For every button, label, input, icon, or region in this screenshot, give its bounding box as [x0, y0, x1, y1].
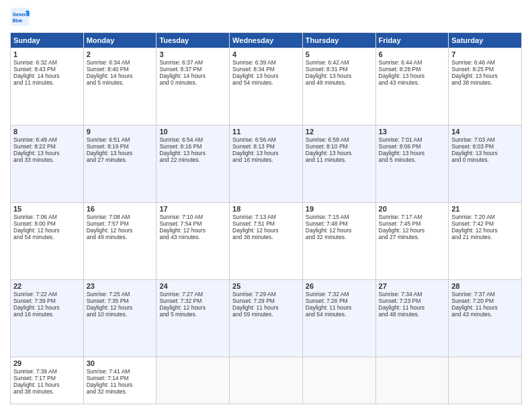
day-info: Daylight: 11 hours: [379, 304, 446, 311]
day-info: Sunset: 7:26 PM: [306, 298, 373, 304]
day-number: 23: [87, 282, 154, 290]
day-info: and 49 minutes.: [306, 79, 373, 86]
day-info: Sunrise: 7:01 AM: [379, 136, 446, 143]
calendar-cell: 17Sunrise: 7:10 AMSunset: 7:54 PMDayligh…: [157, 203, 230, 280]
calendar-cell: [157, 357, 230, 404]
calendar-cell: 25Sunrise: 7:29 AMSunset: 7:29 PMDayligh…: [230, 280, 303, 357]
day-info: and 0 minutes.: [451, 156, 519, 163]
day-info: and 27 minutes.: [379, 234, 446, 240]
day-info: and 21 minutes.: [451, 234, 519, 240]
calendar-week-4: 22Sunrise: 7:22 AMSunset: 7:39 PMDayligh…: [11, 280, 522, 357]
day-info: and 5 minutes.: [87, 79, 154, 86]
calendar-cell: 15Sunrise: 7:06 AMSunset: 8:00 PMDayligh…: [11, 203, 84, 280]
day-info: Sunrise: 7:41 AM: [87, 368, 154, 375]
day-info: Sunset: 7:39 PM: [13, 298, 81, 304]
day-info: Sunset: 8:03 PM: [451, 143, 519, 150]
day-info: Sunset: 7:51 PM: [232, 220, 300, 227]
day-info: and 0 minutes.: [159, 79, 226, 86]
day-info: Sunrise: 7:10 AM: [159, 214, 226, 220]
page: General Blue SundayMondayTuesdayWednesda…: [0, 0, 532, 411]
day-number: 24: [159, 282, 226, 290]
day-info: and 33 minutes.: [13, 156, 81, 163]
day-info: Sunset: 8:37 PM: [159, 66, 226, 73]
calendar-cell: 4Sunrise: 6:39 AMSunset: 8:34 PMDaylight…: [230, 48, 303, 126]
day-info: Daylight: 14 hours: [13, 73, 81, 79]
day-number: 10: [159, 128, 226, 136]
day-number: 2: [87, 50, 154, 58]
day-number: 4: [232, 50, 300, 58]
day-info: Sunset: 8:34 PM: [232, 66, 300, 73]
day-info: Sunrise: 6:51 AM: [87, 136, 154, 143]
day-number: 15: [13, 205, 81, 213]
day-info: Daylight: 12 hours: [87, 227, 154, 234]
day-info: Daylight: 11 hours: [306, 304, 373, 311]
day-info: and 54 minutes.: [232, 79, 300, 86]
day-info: Sunrise: 6:44 AM: [379, 59, 446, 66]
day-info: and 5 minutes.: [379, 156, 446, 163]
day-info: Sunrise: 6:32 AM: [13, 59, 81, 66]
day-info: Daylight: 13 hours: [379, 150, 446, 156]
day-info: Daylight: 12 hours: [379, 227, 446, 234]
day-info: and 38 minutes.: [13, 388, 81, 395]
day-info: Sunset: 7:29 PM: [232, 298, 300, 304]
day-info: Sunrise: 6:39 AM: [232, 59, 300, 66]
svg-text:Blue: Blue: [13, 18, 23, 23]
day-info: Sunrise: 7:08 AM: [87, 214, 154, 220]
day-info: and 48 minutes.: [379, 311, 446, 318]
day-number: 8: [13, 128, 81, 136]
day-info: Sunset: 7:20 PM: [451, 298, 519, 304]
day-number: 27: [379, 282, 446, 290]
day-info: Daylight: 13 hours: [379, 73, 446, 79]
day-info: and 22 minutes.: [159, 156, 226, 163]
day-info: and 54 minutes.: [306, 311, 373, 318]
header: General Blue: [10, 7, 522, 27]
svg-rect-0: [11, 8, 30, 26]
calendar-header-monday: Monday: [83, 33, 157, 48]
day-info: and 16 minutes.: [232, 156, 300, 163]
calendar-cell: 3Sunrise: 6:37 AMSunset: 8:37 PMDaylight…: [157, 48, 230, 126]
day-number: 22: [13, 282, 81, 290]
calendar-week-5: 29Sunrise: 7:39 AMSunset: 7:17 PMDayligh…: [11, 357, 522, 404]
calendar-table: SundayMondayTuesdayWednesdayThursdayFrid…: [10, 32, 522, 404]
day-number: 21: [451, 205, 519, 213]
day-info: and 38 minutes.: [232, 234, 300, 240]
day-number: 19: [306, 205, 373, 213]
calendar-week-1: 1Sunrise: 6:32 AMSunset: 8:43 PMDaylight…: [11, 48, 522, 126]
day-number: 20: [379, 205, 446, 213]
day-info: and 38 minutes.: [451, 79, 519, 86]
calendar-cell: 20Sunrise: 7:17 AMSunset: 7:45 PMDayligh…: [375, 203, 449, 280]
day-info: Daylight: 11 hours: [232, 304, 300, 311]
calendar-cell: 14Sunrise: 7:03 AMSunset: 8:03 PMDayligh…: [449, 126, 522, 203]
day-info: Sunrise: 7:37 AM: [451, 291, 519, 298]
day-number: 13: [379, 128, 446, 136]
day-info: Sunset: 7:17 PM: [13, 375, 81, 381]
day-info: Sunrise: 7:03 AM: [451, 136, 519, 143]
day-number: 25: [232, 282, 300, 290]
day-info: Sunset: 8:10 PM: [306, 143, 373, 150]
logo: General Blue: [10, 7, 33, 27]
day-info: Sunrise: 7:29 AM: [232, 291, 300, 298]
day-info: Sunrise: 6:42 AM: [306, 59, 373, 66]
day-info: Sunrise: 7:32 AM: [306, 291, 373, 298]
calendar-cell: 29Sunrise: 7:39 AMSunset: 7:17 PMDayligh…: [11, 357, 84, 404]
calendar-cell: 16Sunrise: 7:08 AMSunset: 7:57 PMDayligh…: [83, 203, 157, 280]
day-info: Sunrise: 6:56 AM: [232, 136, 300, 143]
day-number: 5: [306, 50, 373, 58]
day-info: and 11 minutes.: [13, 79, 81, 86]
day-info: Daylight: 12 hours: [159, 227, 226, 234]
day-info: Sunset: 8:28 PM: [379, 66, 446, 73]
calendar-cell: 13Sunrise: 7:01 AMSunset: 8:06 PMDayligh…: [375, 126, 449, 203]
day-info: and 32 minutes.: [306, 234, 373, 240]
day-number: 3: [159, 50, 226, 58]
day-info: Sunset: 7:42 PM: [451, 220, 519, 227]
day-info: Daylight: 11 hours: [87, 381, 154, 388]
calendar-cell: 21Sunrise: 7:20 AMSunset: 7:42 PMDayligh…: [449, 203, 522, 280]
day-info: Sunrise: 6:49 AM: [13, 136, 81, 143]
day-info: Daylight: 14 hours: [87, 73, 154, 79]
day-number: 29: [13, 359, 81, 367]
day-info: Sunset: 8:16 PM: [159, 143, 226, 150]
day-info: Sunset: 8:00 PM: [13, 220, 81, 227]
day-info: and 5 minutes.: [159, 311, 226, 318]
calendar-cell: 10Sunrise: 6:54 AMSunset: 8:16 PMDayligh…: [157, 126, 230, 203]
day-info: Daylight: 13 hours: [159, 150, 226, 156]
